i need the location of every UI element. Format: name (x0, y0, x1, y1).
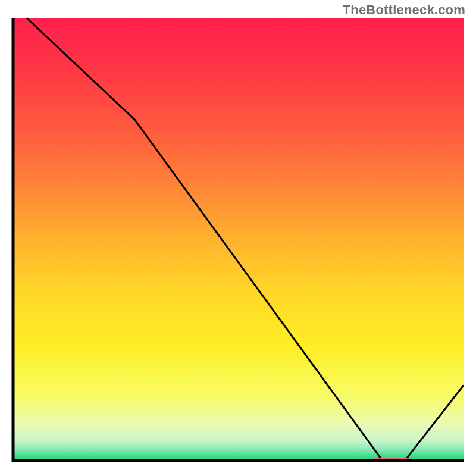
chart-container: TheBottleneck.com (0, 0, 476, 476)
chart-svg (0, 0, 476, 476)
plot-background (13, 18, 464, 461)
